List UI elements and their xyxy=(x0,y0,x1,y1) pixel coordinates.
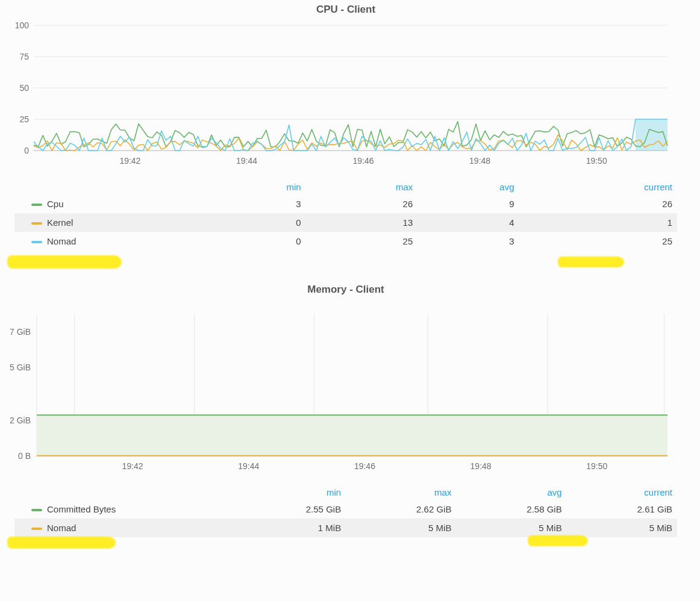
legend-row[interactable]: Cpu326926 xyxy=(14,195,677,213)
chart-title-cpu: CPU - Client xyxy=(4,4,688,16)
legend-current: 25 xyxy=(519,232,678,251)
legend-color-swatch xyxy=(14,518,42,537)
svg-text:19:44: 19:44 xyxy=(236,156,257,166)
legend-avg: 3 xyxy=(417,232,519,251)
legend-color-swatch xyxy=(14,500,42,518)
legend-max: 13 xyxy=(306,213,418,232)
legend-color-swatch xyxy=(14,232,42,251)
legend-series-name: Cpu xyxy=(42,195,204,213)
legend-current: 2.61 GiB xyxy=(567,500,677,518)
legend-series-name: Committed Bytes xyxy=(42,500,236,518)
svg-text:50: 50 xyxy=(19,83,29,93)
legend-color-swatch xyxy=(14,195,42,213)
highlight-mark xyxy=(7,255,122,269)
memory-chart[interactable]: 0 B2 GiB5 GiB7 GiB19:4219:4419:4619:4819… xyxy=(4,299,688,474)
svg-text:19:50: 19:50 xyxy=(586,461,607,471)
legend-min: 3 xyxy=(204,195,305,213)
legend-min: 1 MiB xyxy=(236,518,346,537)
legend-row[interactable]: Committed Bytes2.55 GiB2.62 GiB2.58 GiB2… xyxy=(14,500,677,518)
legend-avg: 4 xyxy=(417,213,519,232)
svg-text:19:46: 19:46 xyxy=(353,156,374,166)
legend-series-name: Nomad xyxy=(42,518,236,537)
svg-rect-33 xyxy=(37,415,667,456)
svg-text:19:48: 19:48 xyxy=(469,156,490,166)
svg-text:100: 100 xyxy=(15,20,30,30)
legend-min: 0 xyxy=(204,232,305,251)
mem-col-current: current xyxy=(567,485,677,500)
legend-current: 26 xyxy=(519,195,678,213)
mem-col-min: min xyxy=(236,485,346,500)
cpu-col-current: current xyxy=(519,179,678,195)
legend-series-name: Kernel xyxy=(42,213,204,232)
legend-avg: 9 xyxy=(417,195,519,213)
svg-text:75: 75 xyxy=(19,52,29,61)
legend-current: 1 xyxy=(519,213,678,232)
cpu-col-max: max xyxy=(306,179,418,195)
legend-max: 25 xyxy=(306,232,418,251)
svg-text:2 GiB: 2 GiB xyxy=(10,416,31,425)
legend-series-name: Nomad xyxy=(42,232,204,251)
svg-text:25: 25 xyxy=(19,114,29,124)
mem-col-avg: avg xyxy=(456,485,566,500)
svg-text:19:44: 19:44 xyxy=(238,461,259,471)
cpu-col-min: min xyxy=(204,179,305,195)
legend-row[interactable]: Nomad025325 xyxy=(14,232,677,251)
legend-max: 26 xyxy=(306,195,418,213)
legend-row[interactable]: Kernel01341 xyxy=(14,213,677,232)
svg-text:19:42: 19:42 xyxy=(119,156,140,166)
highlight-mark xyxy=(7,537,116,549)
legend-avg: 5 MiB xyxy=(456,518,566,537)
svg-text:19:42: 19:42 xyxy=(122,461,143,471)
highlight-mark xyxy=(558,257,624,267)
mem-col-max: max xyxy=(346,485,456,500)
cpu-col-avg: avg xyxy=(417,179,519,195)
svg-text:19:46: 19:46 xyxy=(354,461,375,471)
svg-text:0 B: 0 B xyxy=(18,451,31,461)
legend-min: 2.55 GiB xyxy=(236,500,346,518)
chart-title-memory: Memory - Client xyxy=(4,284,688,296)
svg-text:19:48: 19:48 xyxy=(470,461,492,471)
cpu-chart[interactable]: 025507510019:4219:4419:4619:4819:50 xyxy=(4,19,688,169)
legend-row[interactable]: Nomad1 MiB5 MiB5 MiB5 MiB xyxy=(14,518,677,537)
svg-text:19:50: 19:50 xyxy=(586,156,607,166)
panel-cpu: CPU - Client 025507510019:4219:4419:4619… xyxy=(4,4,688,251)
legend-current: 5 MiB xyxy=(567,518,677,537)
svg-text:0: 0 xyxy=(24,146,29,155)
legend-color-swatch xyxy=(14,213,42,232)
svg-text:7 GiB: 7 GiB xyxy=(10,327,31,337)
legend-max: 2.62 GiB xyxy=(346,500,456,518)
legend-max: 5 MiB xyxy=(346,518,456,537)
panel-memory: Memory - Client 0 B2 GiB5 GiB7 GiB19:421… xyxy=(4,284,688,537)
legend-min: 0 xyxy=(204,213,305,232)
memory-legend-table: min max avg current Committed Bytes2.55 … xyxy=(14,485,677,537)
legend-avg: 2.58 GiB xyxy=(456,500,566,518)
cpu-legend-table: min max avg current Cpu326926Kernel01341… xyxy=(14,179,677,251)
svg-text:5 GiB: 5 GiB xyxy=(10,363,31,372)
